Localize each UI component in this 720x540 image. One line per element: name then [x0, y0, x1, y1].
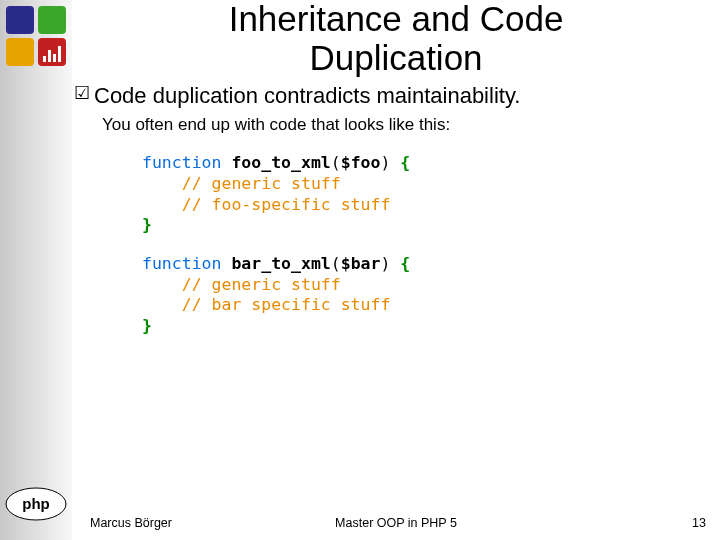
code-paren-open: (: [331, 254, 341, 273]
slide-title: Inheritance and Code Duplication: [72, 0, 720, 77]
code-comment: // bar specific stuff: [142, 295, 390, 314]
code-paren-close: ): [380, 153, 400, 172]
php-logo-icon: php: [4, 486, 68, 522]
checkbox-icon: ☑: [72, 83, 94, 105]
logo-square-green: [38, 6, 66, 34]
code-fn-name: foo_to_xml: [221, 153, 330, 172]
title-line-2: Duplication: [309, 38, 482, 77]
footer-page-number: 13: [692, 516, 706, 530]
code-brace-open: {: [400, 153, 410, 172]
code-comment: // generic stuff: [142, 275, 341, 294]
logo-square-blue: [6, 6, 34, 34]
logo-grid: [6, 6, 66, 66]
code-brace-open: {: [400, 254, 410, 273]
svg-text:php: php: [22, 495, 50, 512]
code-brace-close: }: [142, 215, 152, 234]
slide-content: Inheritance and Code Duplication ☑ Code …: [72, 0, 720, 540]
code-keyword: function: [142, 153, 221, 172]
sub-text: You often end up with code that looks li…: [102, 115, 720, 135]
code-var: $bar: [341, 254, 381, 273]
footer-title: Master OOP in PHP 5: [72, 516, 720, 530]
code-var: $foo: [341, 153, 381, 172]
code-paren-close: ): [380, 254, 400, 273]
code-comment: // foo-specific stuff: [142, 195, 390, 214]
logo-square-orange: [6, 38, 34, 66]
code-block-2: function bar_to_xml($bar) { // generic s…: [142, 254, 720, 337]
logo-square-red-bars: [38, 38, 66, 66]
sidebar: php: [0, 0, 72, 540]
code-keyword: function: [142, 254, 221, 273]
code-brace-close: }: [142, 316, 152, 335]
bullet-text: Code duplication contradicts maintainabi…: [94, 83, 520, 109]
title-line-1: Inheritance and Code: [229, 0, 564, 38]
bullet-row: ☑ Code duplication contradicts maintaina…: [72, 83, 720, 109]
code-fn-name: bar_to_xml: [221, 254, 330, 273]
code-paren-open: (: [331, 153, 341, 172]
code-comment: // generic stuff: [142, 174, 341, 193]
code-block-1: function foo_to_xml($foo) { // generic s…: [142, 153, 720, 236]
